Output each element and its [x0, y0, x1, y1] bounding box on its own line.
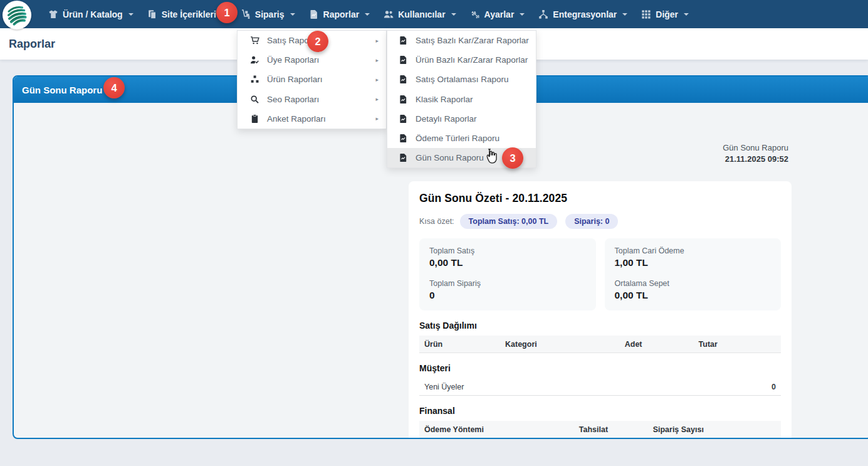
submenu-item-klasik-raporlar[interactable]: Klasik Raporlar	[387, 90, 536, 109]
chevron-right-icon: ▸	[375, 38, 379, 44]
menu-label: Gün Sonu Raporu	[416, 153, 484, 162]
cart-icon	[250, 36, 259, 45]
submenu-item-satis-ortalamasi[interactable]: Satış Ortalaması Raporu	[387, 70, 536, 89]
metric-label: Toplam Sipariş	[429, 279, 586, 288]
chevron-down-icon	[290, 13, 295, 16]
report-date-title: Gün Sonu Raporu	[723, 143, 788, 152]
nav-item-urun-katalog[interactable]: Ürün / Katalog	[41, 0, 140, 28]
submenu-item-satis-bazli-kar-zarar[interactable]: Satış Bazlı Kar/Zarar Raporlar	[387, 31, 536, 50]
nav-item-ayarlar[interactable]: Ayarlar	[463, 0, 532, 28]
submenu-item-odeme-turleri[interactable]: Ödeme Türleri Raporu	[387, 129, 536, 148]
financial-section-title: Finansal	[419, 406, 781, 416]
submenu-item-detayli-raporlar[interactable]: Detaylı Raporlar	[387, 109, 536, 129]
navbar-menu: Ürün / Katalog Site İçerikleri Sipariş R…	[41, 0, 696, 28]
financial-table-header: Ödeme Yöntemi Tahsilat Sipariş Sayısı	[419, 421, 781, 438]
financial-empty-row	[419, 438, 781, 439]
top-navbar: Ürün / Katalog Site İçerikleri Sipariş R…	[0, 0, 868, 28]
short-summary-row: Kısa özet: Toplam Satış: 0,00 TL Sipariş…	[419, 214, 781, 229]
metric-label: Toplam Cari Ödeme	[615, 246, 771, 255]
column-header: Sipariş Sayısı	[653, 425, 776, 434]
nav-label: Entegrasyonlar	[553, 9, 617, 19]
annotation-badge-4: 4	[103, 77, 125, 98]
menu-label: Satış Ortalaması Raporu	[416, 75, 509, 84]
menu-label: Anket Raporları	[267, 114, 326, 124]
chevron-right-icon: ▸	[375, 115, 379, 122]
nav-item-raporlar[interactable]: Raporlar	[302, 0, 377, 28]
nav-label: Kullanıcılar	[398, 9, 445, 19]
sales-section-title: Satış Dağılımı	[419, 320, 781, 331]
menu-item-seo-raporlari[interactable]: Seo Raporları▸	[238, 90, 386, 109]
user-check-icon	[250, 55, 259, 65]
file-chart-icon	[309, 9, 319, 19]
mouse-cursor-hand-icon	[483, 147, 499, 166]
menu-label: Satış Bazlı Kar/Zarar Raporlar	[416, 36, 529, 45]
nav-item-siparis[interactable]: Sipariş	[234, 0, 302, 28]
short-summary-label: Kısa özet:	[419, 217, 454, 226]
chevron-down-icon	[365, 13, 370, 16]
column-header: Adet	[625, 340, 699, 349]
chevron-down-icon	[622, 13, 627, 16]
chevron-down-icon	[520, 13, 525, 16]
report-card: Gün Sonu Özeti - 20.11.2025 Kısa özet: T…	[409, 181, 792, 439]
file-chart-icon	[399, 95, 408, 104]
search-icon	[250, 95, 259, 104]
metric-value: 0	[429, 290, 586, 301]
column-header: Ödeme Yöntemi	[424, 425, 579, 434]
nav-item-diger[interactable]: Diğer	[634, 0, 696, 28]
handtruck-icon	[241, 9, 251, 19]
menu-label: Ödeme Türleri Raporu	[416, 134, 499, 143]
annotation-badge-1: 1	[216, 2, 238, 23]
nav-label: Diğer	[656, 9, 678, 19]
menu-item-urun-raporlari[interactable]: Ürün Raporları▸	[238, 70, 386, 89]
column-header: Ürün	[424, 340, 505, 349]
users-icon	[384, 9, 394, 19]
grid-icon	[641, 9, 651, 19]
app-logo[interactable]	[3, 1, 31, 29]
sales-table-header: Ürün Kategori Adet Tutar	[419, 336, 781, 353]
metric-value: 0,00 TL	[615, 290, 771, 301]
table-row: Yeni Üyeler 0	[419, 378, 781, 396]
globe-logo-icon	[4, 3, 29, 28]
file-chart-icon	[399, 134, 408, 143]
file-chart-icon	[399, 114, 408, 124]
column-header: Kategori	[505, 340, 625, 349]
report-date-block: Gün Sonu Raporu 21.11.2025 09:52	[723, 143, 788, 164]
pages-icon	[147, 9, 157, 19]
shirt-icon	[48, 9, 58, 19]
page-title: Raporlar	[9, 38, 55, 51]
file-chart-icon	[399, 55, 408, 65]
nav-item-entegrasyonlar[interactable]: Entegrasyonlar	[531, 0, 634, 28]
nav-label: Raporlar	[323, 9, 360, 19]
column-header: Tutar	[699, 340, 776, 349]
column-header: Tahsilat	[579, 425, 653, 434]
annotation-badge-3: 3	[502, 147, 523, 169]
submenu-item-urun-bazli-kar-zarar[interactable]: Ürün Bazlı Kar/Zarar Raporlar	[387, 50, 536, 70]
menu-item-uye-raporlari[interactable]: Üye Raporları▸	[238, 50, 386, 70]
report-datetime: 21.11.2025 09:52	[723, 154, 788, 164]
menu-label: Ürün Raporları	[267, 75, 323, 84]
chevron-down-icon	[128, 13, 133, 16]
chevron-right-icon: ▸	[375, 96, 379, 102]
screen: Ürün / Katalog Site İçerikleri Sipariş R…	[0, 0, 868, 466]
menu-label: Üye Raporları	[267, 55, 319, 65]
row-label: Yeni Üyeler	[424, 383, 464, 391]
metric-card-right: Toplam Cari Ödeme1,00 TL Ortalama Sepet0…	[605, 238, 782, 310]
customer-section-title: Müşteri	[419, 363, 781, 373]
menu-label: Seo Raporları	[267, 95, 319, 104]
nav-label: Ayarlar	[484, 9, 515, 19]
chevron-right-icon: ▸	[375, 77, 379, 83]
boxes-icon	[250, 75, 259, 84]
clipboard-icon	[250, 114, 259, 124]
nav-item-kullanicilar[interactable]: Kullanıcılar	[377, 0, 463, 28]
order-count-pill: Sipariş: 0	[565, 214, 618, 229]
menu-label: Klasik Raporlar	[416, 95, 473, 104]
metric-cards: Toplam Satış0,00 TL Toplam Sipariş0 Topl…	[419, 238, 781, 310]
metric-card-left: Toplam Satış0,00 TL Toplam Sipariş0	[419, 238, 596, 310]
nav-label: Site İçerikleri	[162, 9, 216, 19]
nav-label: Sipariş	[255, 9, 285, 19]
menu-label: Ürün Bazlı Kar/Zarar Raporlar	[416, 55, 528, 65]
annotation-badge-2: 2	[307, 31, 328, 52]
menu-item-anket-raporlari[interactable]: Anket Raporları▸	[238, 109, 386, 129]
file-chart-icon	[399, 36, 408, 45]
gears-icon	[470, 9, 480, 19]
